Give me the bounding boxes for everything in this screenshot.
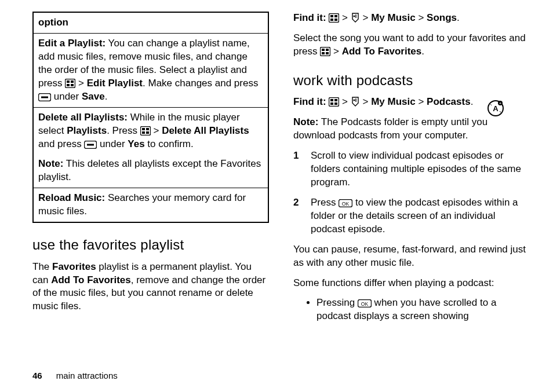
svg-rect-30	[330, 99, 333, 101]
note-lead: Note:	[38, 158, 63, 169]
svg-rect-10	[142, 131, 145, 134]
favorites-paragraph: The Favorites playlist is a permanent pl…	[32, 261, 269, 314]
row-lead: Reload Music:	[38, 192, 105, 203]
feature-badge-icon: A+	[487, 100, 504, 121]
save-label: Save	[82, 91, 105, 102]
svg-rect-22	[326, 49, 329, 51]
menu-icon	[65, 79, 75, 88]
svg-rect-18	[334, 19, 337, 21]
option-row-edit: Edit a Playlist: You can change a playli…	[33, 33, 268, 107]
find-it-songs: Find it: > > My Music > Songs.	[293, 12, 530, 25]
multimedia-icon	[351, 12, 360, 23]
add-favorites-instruction: Select the song you want to add to your …	[293, 32, 530, 58]
menu-icon	[329, 13, 339, 23]
softkey-icon	[84, 141, 97, 149]
manual-page: option Edit a Playlist: You can change a…	[0, 0, 553, 392]
row-lead: Edit a Playlist:	[38, 38, 105, 49]
yes-label: Yes	[128, 138, 144, 149]
page-number: 46	[32, 371, 42, 380]
option-row-reload: Reload Music: Searches your memory card …	[33, 188, 268, 222]
softkey-icon	[38, 93, 51, 101]
svg-rect-20	[321, 47, 330, 56]
svg-rect-11	[146, 131, 149, 134]
svg-rect-16	[334, 15, 337, 17]
step-2: Press OK to view the podcast episodes wi…	[293, 196, 530, 236]
svg-rect-3	[67, 84, 70, 86]
edit-playlist-label: Edit Playlist	[87, 78, 143, 89]
page-footer: 46 main attractions	[32, 370, 118, 382]
row-lead: Delete all Playlists:	[38, 112, 128, 123]
svg-rect-21	[322, 49, 325, 51]
podcast-playback-note: You can pause, resume, fast-forward, and…	[293, 243, 530, 270]
svg-text:OK: OK	[342, 200, 350, 206]
menu-icon	[140, 126, 151, 135]
svg-rect-6	[41, 96, 48, 98]
svg-rect-17	[330, 19, 333, 21]
svg-text:+: +	[499, 101, 502, 106]
svg-rect-1	[67, 80, 70, 83]
svg-text:OK: OK	[361, 301, 369, 307]
bullet-1: Pressing OK when you have scrolled to a …	[316, 296, 530, 323]
ok-key-icon: OK	[358, 299, 372, 307]
option-header: option	[33, 12, 268, 33]
section-name: main attractions	[56, 371, 118, 380]
playlists-label: Playlists	[67, 125, 107, 136]
option-row-delete: Delete all Playlists: While in the music…	[33, 107, 268, 188]
left-column: option Edit a Playlist: You can change a…	[32, 12, 269, 328]
two-column-layout: option Edit a Playlist: You can change a…	[32, 12, 530, 328]
svg-rect-33	[334, 102, 337, 105]
svg-rect-31	[334, 99, 337, 101]
svg-rect-24	[326, 52, 329, 54]
svg-rect-29	[329, 98, 339, 107]
svg-rect-32	[330, 102, 333, 105]
podcasts-heading: work with podcasts	[293, 71, 530, 90]
ok-key-icon: OK	[339, 199, 352, 207]
svg-rect-9	[146, 128, 149, 130]
svg-rect-7	[140, 126, 150, 135]
svg-rect-15	[330, 15, 333, 17]
svg-rect-13	[87, 144, 94, 145]
podcast-steps: Scroll to view individual podcast episod…	[293, 149, 530, 236]
right-column: Find it: > > My Music > Songs. Select th…	[293, 12, 530, 328]
svg-text:A: A	[493, 104, 499, 113]
svg-rect-0	[66, 79, 75, 87]
menu-icon	[320, 47, 330, 56]
svg-rect-8	[142, 128, 145, 130]
podcast-diff-intro: Some functions differ when playing a pod…	[293, 277, 530, 290]
menu-icon	[329, 97, 339, 107]
multimedia-icon	[351, 96, 360, 107]
svg-point-19	[353, 16, 355, 17]
svg-point-34	[353, 100, 355, 101]
svg-rect-4	[71, 84, 74, 86]
podcast-bullets: Pressing OK when you have scrolled to a …	[293, 296, 530, 323]
svg-rect-23	[322, 52, 325, 54]
svg-rect-2	[71, 80, 74, 83]
step-1: Scroll to view individual podcast episod…	[293, 149, 530, 189]
delete-all-label: Delete All Playlists	[162, 125, 249, 136]
svg-rect-14	[329, 14, 339, 23]
option-table: option Edit a Playlist: You can change a…	[32, 12, 269, 223]
favorites-heading: use the favorites playlist	[32, 236, 269, 254]
